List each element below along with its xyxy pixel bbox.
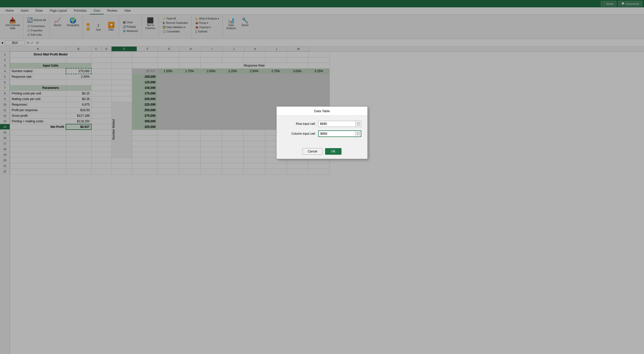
svg-rect-3 (357, 133, 358, 134)
data-table-dialog: Data Table Row input cell: Column inp (276, 106, 368, 159)
collapse-icon (357, 122, 360, 125)
col-input-label: Column input cell: (283, 132, 318, 135)
collapse-icon-2 (357, 132, 360, 135)
cancel-button[interactable]: Cancel (302, 148, 323, 155)
col-input-row: Column input cell: (283, 130, 361, 137)
row-input-field[interactable] (318, 121, 355, 126)
dialog-body: Row input cell: Column input cell: (277, 116, 367, 146)
svg-rect-1 (358, 123, 359, 124)
dialog-overlay: Data Table Row input cell: Column inp (0, 0, 644, 354)
col-input-collapse-button[interactable] (355, 131, 361, 136)
dialog-footer: Cancel OK (277, 146, 367, 159)
row-input-wrap (318, 121, 361, 127)
col-input-field[interactable] (319, 131, 355, 136)
row-input-collapse-button[interactable] (355, 121, 361, 127)
ok-button[interactable]: OK (325, 148, 342, 155)
row-input-row: Row input cell: (283, 121, 361, 127)
col-input-wrap (318, 130, 361, 137)
row-input-label: Row input cell: (283, 122, 318, 126)
dialog-title: Data Table (277, 107, 367, 116)
